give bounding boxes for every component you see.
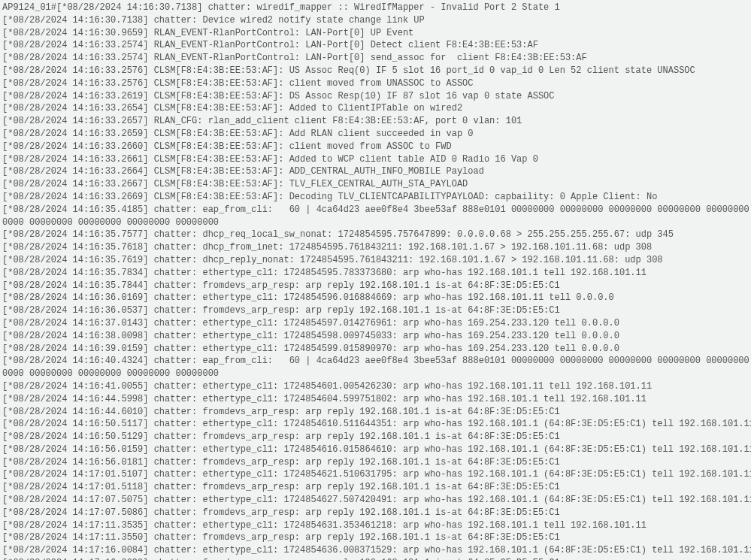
log-line: [*08/28/2024 14:16:33.2659] CLSM[F8:E4:3… — [2, 128, 751, 141]
log-line: [*08/28/2024 14:16:35.7844] chatter: fro… — [2, 280, 751, 292]
log-line: [*08/28/2024 14:16:35.7619] chatter: dhc… — [2, 254, 751, 267]
log-line: [*08/28/2024 14:16:50.5129] chatter: fro… — [2, 431, 751, 443]
log-output[interactable]: AP9124_01#[*08/28/2024 14:16:30.7138] ch… — [0, 0, 751, 560]
log-line: [*08/28/2024 14:16:33.2667] CLSM[F8:E4:3… — [2, 178, 751, 191]
log-line: [*08/28/2024 14:17:16.0084] chatter: eth… — [2, 544, 751, 557]
log-line: [*08/28/2024 14:16:33.2661] CLSM[F8:E4:3… — [2, 153, 751, 166]
log-line: [*08/28/2024 14:16:30.7138] chatter: Dev… — [2, 14, 751, 27]
log-line: [*08/28/2024 14:16:35.7618] chatter: dhc… — [2, 241, 751, 254]
log-line: [*08/28/2024 14:16:38.0098] chatter: eth… — [2, 330, 751, 343]
log-line: [*08/28/2024 14:17:01.5107] chatter: eth… — [2, 468, 751, 481]
log-line: [*08/28/2024 14:16:44.6010] chatter: fro… — [2, 406, 751, 419]
log-line: [*08/28/2024 14:16:30.9659] RLAN_EVENT-R… — [2, 27, 751, 40]
log-line: [*08/28/2024 14:16:37.0143] chatter: eth… — [2, 317, 751, 330]
log-line: [*08/28/2024 14:17:11.3550] chatter: fro… — [2, 531, 751, 544]
log-line: [*08/28/2024 14:16:35.4185] chatter: eap… — [2, 204, 751, 216]
log-line: [*08/28/2024 14:17:07.5086] chatter: fro… — [2, 507, 751, 519]
log-line: 0000 00000000 00000000 00000000 00000000 — [2, 216, 751, 229]
log-line: [*08/28/2024 14:16:40.4324] chatter: eap… — [2, 355, 751, 368]
log-line: [*08/28/2024 14:16:44.5998] chatter: eth… — [2, 393, 751, 406]
log-line: [*08/28/2024 14:16:39.0159] chatter: eth… — [2, 343, 751, 356]
log-line: [*08/28/2024 14:16:33.2664] CLSM[F8:E4:3… — [2, 165, 751, 178]
log-line: [*08/28/2024 14:16:33.2657] RLAN_CFG: rl… — [2, 115, 751, 128]
log-line: [*08/28/2024 14:17:11.3535] chatter: eth… — [2, 519, 751, 532]
log-line: [*08/28/2024 14:16:41.0055] chatter: eth… — [2, 380, 751, 393]
log-line: AP9124_01#[*08/28/2024 14:16:30.7138] ch… — [2, 2, 751, 14]
log-line: [*08/28/2024 14:17:16.0098] chatter: fro… — [2, 557, 751, 560]
log-line: [*08/28/2024 14:16:56.0181] chatter: fro… — [2, 456, 751, 469]
log-line: [*08/28/2024 14:16:35.7577] chatter: dhc… — [2, 229, 751, 241]
log-line: [*08/28/2024 14:16:33.2576] CLSM[F8:E4:3… — [2, 77, 751, 90]
log-line: [*08/28/2024 14:16:33.2669] CLSM[F8:E4:3… — [2, 191, 751, 204]
log-line: [*08/28/2024 14:16:33.2619] CLSM[F8:E4:3… — [2, 90, 751, 103]
log-line: [*08/28/2024 14:17:07.5075] chatter: eth… — [2, 494, 751, 507]
log-line: [*08/28/2024 14:16:56.0159] chatter: eth… — [2, 443, 751, 456]
log-line: [*08/28/2024 14:16:36.0537] chatter: fro… — [2, 304, 751, 317]
log-line: [*08/28/2024 14:17:01.5118] chatter: fro… — [2, 481, 751, 494]
log-line: [*08/28/2024 14:16:33.2576] CLSM[F8:E4:3… — [2, 65, 751, 77]
log-line: 0000 00000000 00000000 00000000 00000000 — [2, 368, 751, 380]
log-line: [*08/28/2024 14:16:50.5117] chatter: eth… — [2, 418, 751, 431]
log-line: [*08/28/2024 14:16:33.2660] CLSM[F8:E4:3… — [2, 141, 751, 153]
log-line: [*08/28/2024 14:16:33.2654] CLSM[F8:E4:3… — [2, 102, 751, 115]
log-line: [*08/28/2024 14:16:33.2574] RLAN_EVENT-R… — [2, 52, 751, 65]
log-line: [*08/28/2024 14:16:35.7834] chatter: eth… — [2, 267, 751, 280]
log-line: [*08/28/2024 14:16:36.0169] chatter: eth… — [2, 292, 751, 304]
log-line: [*08/28/2024 14:16:33.2574] RLAN_EVENT-R… — [2, 39, 751, 52]
